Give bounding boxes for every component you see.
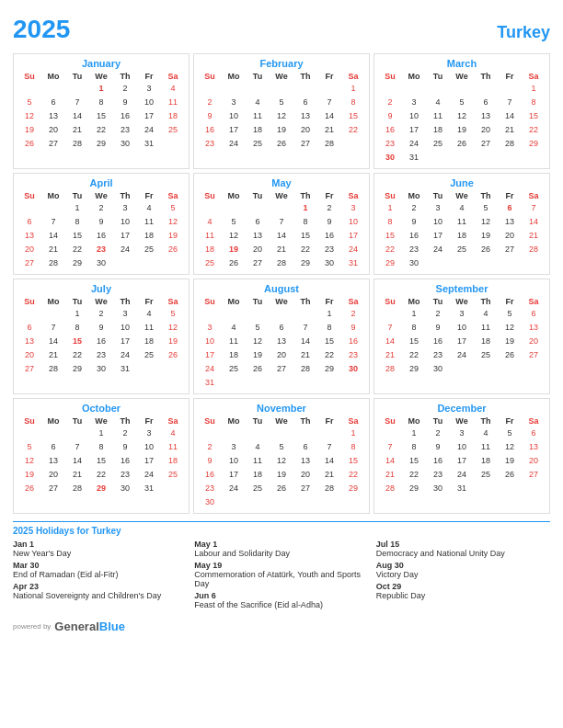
cal-table: SuMoTuWeThFrSa12345678910111213141516171…	[378, 190, 546, 270]
cal-day	[474, 482, 498, 495]
day-header-tu: Tu	[246, 296, 270, 307]
day-header-su: Su	[378, 190, 402, 201]
day-header-sa: Sa	[522, 296, 546, 307]
cal-day: 4	[246, 96, 270, 109]
cal-day: 12	[270, 109, 293, 123]
cal-day: 13	[17, 335, 41, 348]
cal-day: 13	[41, 109, 65, 123]
day-header-mo: Mo	[41, 296, 65, 307]
cal-day	[41, 307, 65, 321]
cal-day: 27	[270, 362, 293, 376]
cal-day	[246, 376, 270, 390]
cal-day: 16	[378, 123, 402, 137]
cal-day: 28	[65, 482, 89, 495]
cal-day: 28	[522, 243, 546, 256]
cal-day: 30	[317, 256, 341, 270]
month-block-april: AprilSuMoTuWeThFrSa123456789101112131415…	[13, 173, 190, 275]
cal-day: 8	[89, 96, 113, 109]
cal-day	[426, 82, 450, 96]
cal-day: 20	[498, 229, 522, 243]
cal-day: 4	[161, 82, 185, 96]
cal-day: 31	[137, 137, 161, 151]
cal-day: 18	[161, 454, 185, 468]
cal-day: 6	[17, 215, 41, 229]
holiday-name: End of Ramadan (Eid al-Fitr)	[13, 570, 187, 579]
cal-day: 1	[65, 201, 89, 215]
cal-table: SuMoTuWeThFrSa12345678910111213141516171…	[17, 415, 185, 495]
day-header-th: Th	[113, 296, 137, 307]
day-header-su: Su	[198, 415, 222, 427]
cal-day: 21	[522, 229, 546, 243]
cal-day: 16	[113, 454, 137, 468]
cal-day: 11	[161, 440, 185, 454]
cal-day: 8	[378, 215, 402, 229]
cal-day: 24	[137, 468, 161, 482]
cal-day: 27	[17, 256, 41, 270]
day-header-sa: Sa	[341, 296, 365, 307]
cal-day: 29	[341, 482, 365, 495]
cal-day: 18	[426, 123, 450, 137]
cal-day: 6	[246, 215, 270, 229]
day-header-tu: Tu	[65, 190, 89, 201]
cal-day	[246, 495, 270, 509]
cal-day: 24	[426, 243, 450, 256]
cal-day: 16	[402, 229, 426, 243]
cal-day	[17, 427, 41, 440]
day-header-we: We	[450, 296, 474, 307]
cal-day: 9	[113, 440, 137, 454]
day-header-sa: Sa	[522, 190, 546, 201]
cal-day: 12	[161, 215, 185, 229]
cal-table: SuMoTuWeThFrSa12345678910111213141516171…	[17, 296, 185, 376]
cal-day: 1	[341, 82, 365, 96]
cal-day: 24	[450, 348, 474, 362]
cal-day: 1	[317, 307, 341, 321]
holiday-date: Jul 15	[376, 540, 550, 549]
cal-day	[317, 495, 341, 509]
day-header-we: We	[270, 71, 293, 82]
cal-day: 4	[474, 307, 498, 321]
day-header-fr: Fr	[317, 415, 341, 427]
cal-day: 1	[89, 427, 113, 440]
cal-day: 16	[341, 335, 365, 348]
cal-day	[498, 362, 522, 376]
day-header-th: Th	[293, 71, 317, 82]
cal-day: 2	[426, 307, 450, 321]
cal-day: 25	[161, 468, 185, 482]
cal-day: 23	[89, 348, 113, 362]
calendars-grid: JanuarySuMoTuWeThFrSa1234567891011121314…	[13, 53, 550, 514]
day-header-mo: Mo	[222, 71, 246, 82]
cal-day: 2	[317, 201, 341, 215]
cal-day: 25	[198, 256, 222, 270]
cal-day: 30	[426, 482, 450, 495]
cal-day	[222, 427, 246, 440]
day-header-we: We	[270, 415, 293, 427]
cal-day: 7	[65, 440, 89, 454]
year-title: 2025	[13, 15, 70, 44]
cal-day: 24	[222, 482, 246, 495]
cal-day: 13	[293, 109, 317, 123]
cal-table: SuMoTuWeThFrSa12345678910111213141516171…	[198, 415, 365, 509]
cal-day: 7	[41, 215, 65, 229]
cal-day: 23	[198, 482, 222, 495]
cal-day: 11	[137, 321, 161, 335]
cal-day: 8	[522, 96, 546, 109]
cal-day: 23	[198, 137, 222, 151]
day-header-tu: Tu	[426, 71, 450, 82]
cal-day: 23	[89, 243, 113, 256]
day-header-tu: Tu	[65, 296, 89, 307]
cal-day	[246, 201, 270, 215]
cal-day: 8	[402, 440, 426, 454]
holiday-name: Feast of the Sacrifice (Eid al-Adha)	[194, 600, 368, 609]
holiday-column: Jul 15Democracy and National Unity DayAu…	[376, 540, 550, 612]
cal-day: 19	[17, 123, 41, 137]
cal-day: 24	[137, 123, 161, 137]
cal-day: 24	[222, 137, 246, 151]
cal-day: 11	[222, 335, 246, 348]
day-header-tu: Tu	[246, 190, 270, 201]
day-header-mo: Mo	[41, 190, 65, 201]
cal-day: 26	[17, 482, 41, 495]
day-header-sa: Sa	[161, 71, 185, 82]
cal-day: 6	[293, 440, 317, 454]
cal-day: 26	[270, 482, 293, 495]
day-header-th: Th	[113, 415, 137, 427]
